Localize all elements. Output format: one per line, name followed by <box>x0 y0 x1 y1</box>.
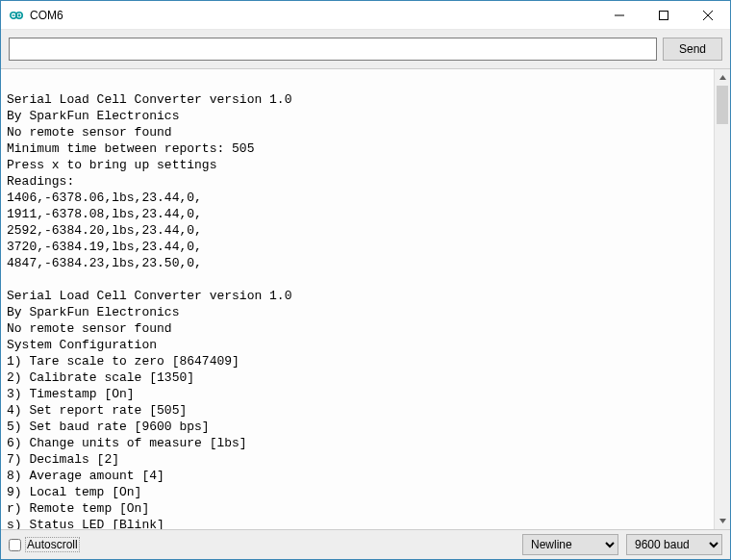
autoscroll-option[interactable]: Autoscroll <box>9 537 80 552</box>
titlebar: COM6 <box>1 1 730 30</box>
window-title: COM6 <box>30 9 63 22</box>
arduino-icon <box>9 8 24 23</box>
scroll-track[interactable] <box>715 86 730 513</box>
autoscroll-label[interactable]: Autoscroll <box>25 537 80 552</box>
input-row: Send <box>1 30 730 68</box>
baud-rate-select[interactable]: 300 baud1200 baud2400 baud4800 baud9600 … <box>626 534 722 555</box>
svg-rect-6 <box>660 11 668 19</box>
console-wrap: Serial Load Cell Converter version 1.0 B… <box>1 68 730 530</box>
autoscroll-checkbox[interactable] <box>9 539 21 551</box>
serial-output: Serial Load Cell Converter version 1.0 B… <box>1 69 714 529</box>
scrollbar[interactable] <box>714 69 730 529</box>
scroll-up-button[interactable] <box>715 69 730 86</box>
svg-marker-9 <box>719 75 726 80</box>
bottom-bar: Autoscroll No line endingNewlineCarriage… <box>1 530 730 559</box>
serial-input[interactable] <box>9 38 657 61</box>
maximize-button[interactable] <box>642 1 686 30</box>
scroll-down-button[interactable] <box>715 513 730 529</box>
close-button[interactable] <box>686 1 730 30</box>
send-button[interactable]: Send <box>663 38 722 61</box>
scroll-thumb[interactable] <box>717 86 728 124</box>
minimize-button[interactable] <box>597 1 642 30</box>
line-ending-select[interactable]: No line endingNewlineCarriage returnBoth… <box>522 534 618 555</box>
svg-marker-10 <box>719 519 726 523</box>
